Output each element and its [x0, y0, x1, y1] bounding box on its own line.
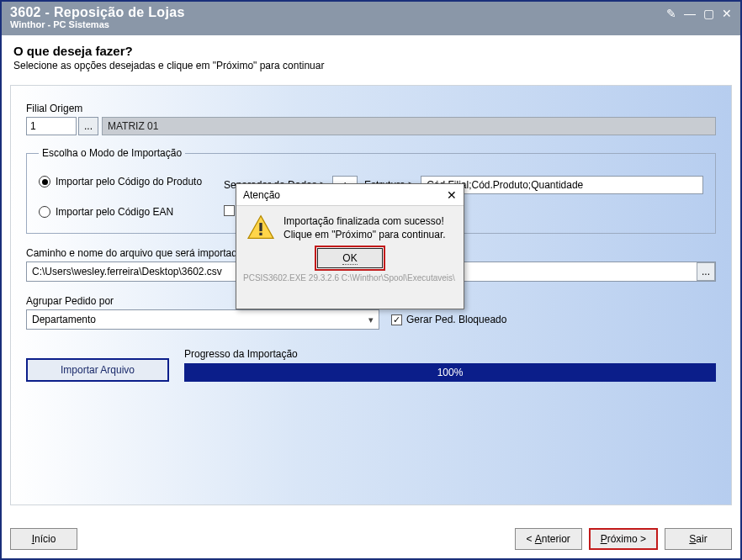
- maximize-icon[interactable]: ▢: [702, 7, 715, 20]
- chevron-down-icon: ▾: [368, 314, 374, 325]
- filial-browse-button[interactable]: ...: [78, 117, 98, 135]
- minimize-icon[interactable]: —: [683, 7, 697, 20]
- app-window: 3602 - Reposição de Lojas Winthor - PC S…: [0, 0, 742, 560]
- wizard-buttons: IInícionício < Anterior Próximo > Sair: [10, 528, 732, 550]
- filial-name-display: MATRIZ 01: [102, 117, 716, 135]
- radio-import-ean[interactable]: Importar pelo Código EAN: [39, 206, 224, 218]
- progress-label: Progresso da Importação: [184, 348, 716, 360]
- dialog-line1: Importação finalizada com sucesso!: [284, 214, 446, 228]
- dialog-footer: PCSIS3602.EXE 29.3.2.6 C:\Winthor\Spool\…: [236, 268, 464, 286]
- filial-code-input[interactable]: [26, 117, 77, 135]
- exit-button[interactable]: Sair: [665, 528, 732, 550]
- filial-label: Filial Origem: [26, 103, 716, 114]
- svg-rect-2: [259, 233, 262, 235]
- filial-row: ... MATRIZ 01: [26, 117, 716, 135]
- dialog-title: Atenção: [243, 189, 280, 201]
- next-button[interactable]: Próximo >: [589, 528, 658, 550]
- dialog-titlebar: Atenção ✕: [236, 184, 464, 206]
- window-title: 3602 - Reposição de Lojas: [10, 5, 732, 20]
- radio-import-product[interactable]: Importar pelo Código do Produto: [39, 176, 224, 188]
- alert-dialog: Atenção ✕ Importação finalizada com suce…: [236, 183, 464, 309]
- group-select[interactable]: Departamento ▾: [26, 309, 379, 330]
- warning-icon: [246, 214, 275, 240]
- radio-import-product-label: Importar pelo Código do Produto: [56, 176, 202, 188]
- checkbox-blocked[interactable]: ✓ Gerar Ped. Bloqueado: [391, 314, 506, 325]
- window-subtitle: Winthor - PC Sistemas: [10, 19, 732, 29]
- dialog-line2: Clique em "Próximo" para continuar.: [284, 228, 446, 241]
- import-file-button[interactable]: Importar Arquivo: [26, 358, 169, 382]
- dialog-message: Importação finalizada com sucesso! Cliqu…: [284, 214, 446, 241]
- page-title: O que deseja fazer?: [13, 44, 729, 58]
- title-bar: 3602 - Reposição de Lojas Winthor - PC S…: [2, 2, 740, 35]
- radio-dot-icon: [39, 176, 50, 188]
- close-icon[interactable]: ✕: [720, 7, 734, 20]
- filepath-browse-button[interactable]: ...: [697, 262, 715, 281]
- edit-icon[interactable]: ✎: [665, 7, 678, 20]
- window-controls: ✎ — ▢ ✕: [665, 7, 734, 20]
- group-select-value: Departamento: [32, 314, 96, 325]
- svg-rect-1: [259, 223, 262, 231]
- start-button[interactable]: IInícionício: [10, 528, 77, 550]
- radio-dot-icon: [39, 206, 50, 218]
- import-mode-legend: Escolha o Modo de Importação: [39, 147, 185, 159]
- checkbox-blocked-label: Gerar Ped. Bloqueado: [406, 314, 506, 325]
- dialog-close-icon[interactable]: ✕: [447, 188, 457, 202]
- progress-bar: 100%: [184, 363, 716, 382]
- radio-import-ean-label: Importar pelo Código EAN: [56, 206, 173, 218]
- checkbox-box-icon: [224, 205, 235, 216]
- page-subtitle: Selecione as opções desejadas e clique e…: [13, 60, 729, 71]
- dialog-ok-button[interactable]: OK: [317, 248, 383, 268]
- previous-button[interactable]: < Anterior: [515, 528, 582, 550]
- wizard-header: O que deseja fazer? Selecione as opções …: [2, 35, 740, 78]
- checkbox-box-icon: ✓: [391, 314, 402, 325]
